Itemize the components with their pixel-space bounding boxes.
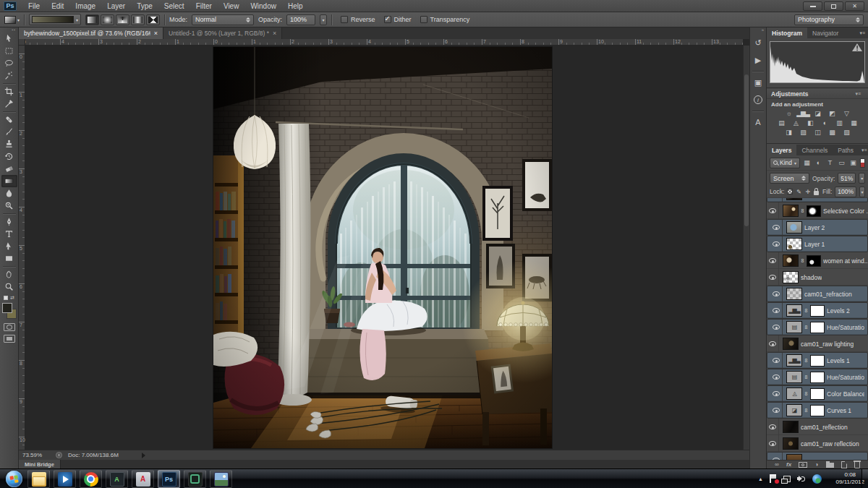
adjustment-channel-mixer-icon[interactable]: ▥: [833, 119, 845, 127]
layer-row[interactable]: ▤8Hue/Saturatio...: [767, 369, 868, 385]
adjustment-black-white-icon[interactable]: ◧: [804, 119, 816, 127]
zoom-tool[interactable]: [1, 281, 17, 293]
menu-file[interactable]: File: [22, 0, 46, 12]
adjustment-brightness-contrast-icon[interactable]: ☼: [783, 109, 794, 118]
adjustment-curves-icon[interactable]: ◪: [812, 109, 823, 118]
panel-clone-source-icon[interactable]: ▣: [751, 76, 765, 89]
layer-mask-thumbnail[interactable]: [810, 305, 825, 317]
tool-preset-picker[interactable]: ▾: [4, 16, 20, 24]
eyedropper-tool[interactable]: [1, 98, 17, 110]
quick-mask-button[interactable]: [4, 323, 15, 331]
crop-tool[interactable]: [1, 85, 17, 98]
layer-blend-mode-select[interactable]: Screen: [770, 173, 809, 184]
adjustment-hue-saturation-icon[interactable]: ▤: [775, 119, 787, 127]
tab-layers[interactable]: Layers: [767, 145, 796, 155]
opacity-input[interactable]: 100%: [286, 14, 315, 25]
document-tab[interactable]: Untitled-1 @ 50% (Layer 1, RGB/8) *×: [163, 27, 282, 39]
taskbar-image-viewer-button[interactable]: [210, 470, 232, 488]
close-button[interactable]: ✕: [845, 1, 864, 11]
show-desktop-button[interactable]: [861, 469, 868, 488]
document-tab[interactable]: bythewindow_1500pixel.tif @ 73.6% (RGB/1…: [19, 27, 163, 39]
layer-thumbnail[interactable]: [783, 421, 799, 433]
layer-mask-thumbnail[interactable]: [810, 388, 825, 400]
layer-thumbnail[interactable]: [783, 271, 799, 283]
screen-mode-button[interactable]: [4, 335, 15, 343]
menu-window[interactable]: Window: [244, 0, 282, 12]
layer-visibility-toggle[interactable]: [770, 198, 783, 202]
layer-row[interactable]: cam01_refraction: [767, 286, 868, 302]
layer-thumbnail[interactable]: [786, 288, 802, 300]
layer-thumbnail[interactable]: [783, 254, 799, 267]
canvas-area[interactable]: 54321012345678910111213 012345678910: [19, 39, 749, 450]
tray-expand-icon[interactable]: ▲: [758, 476, 763, 481]
opacity-dropdown-button[interactable]: ▾: [859, 173, 865, 184]
ruler-origin[interactable]: [19, 39, 25, 46]
tab-histogram[interactable]: Histogram: [767, 27, 807, 38]
tab-paths[interactable]: Paths: [833, 145, 859, 155]
menu-image[interactable]: Image: [69, 0, 101, 12]
gradient-picker[interactable]: ▾: [29, 14, 81, 25]
eraser-tool[interactable]: [1, 163, 17, 175]
layer-row[interactable]: ◬8Color Balance 1: [767, 385, 868, 402]
adjustment-exposure-icon[interactable]: ◩: [826, 109, 838, 118]
dither-option[interactable]: Dither: [384, 16, 412, 23]
layer-visibility-toggle[interactable]: [767, 419, 779, 435]
panel-character-icon[interactable]: A: [751, 116, 765, 129]
taskbar-clock[interactable]: 0:08 09/11/2012: [836, 471, 864, 486]
window-switch-icon[interactable]: [783, 476, 791, 482]
layer-row[interactable]: ▂▆▃8Levels 2: [767, 302, 868, 319]
new-group-button[interactable]: [826, 461, 834, 468]
gradient-tool[interactable]: [1, 175, 17, 187]
status-options-arrow[interactable]: [142, 453, 145, 458]
layer-row[interactable]: 8Selective Color ...: [767, 202, 868, 219]
network-icon[interactable]: [812, 474, 822, 484]
layer-thumbnail[interactable]: ▤: [786, 371, 802, 383]
layer-thumbnail[interactable]: [786, 198, 802, 200]
blur-tool[interactable]: [1, 187, 17, 200]
layer-visibility-toggle[interactable]: [770, 453, 783, 460]
link-layers-button[interactable]: ∞: [775, 461, 779, 468]
dither-checkbox[interactable]: [384, 16, 391, 23]
layer-row[interactable]: [767, 452, 868, 460]
quick-selection-tool[interactable]: [1, 69, 17, 82]
tab-navigator[interactable]: Navigator: [807, 27, 843, 38]
panel-menu-icon[interactable]: ▾≡: [852, 91, 864, 97]
zoom-level[interactable]: 73.59%: [22, 452, 50, 458]
linear-gradient-button[interactable]: [85, 14, 99, 25]
layer-filter-kind-select[interactable]: Kind ▾: [770, 158, 800, 168]
layer-mask-thumbnail[interactable]: [807, 205, 821, 217]
layer-thumbnail[interactable]: [783, 338, 799, 350]
menu-view[interactable]: View: [218, 0, 245, 12]
filter-smart-objects-icon[interactable]: ▣: [848, 158, 858, 168]
document-size-info[interactable]: Doc: 7.00M/138.6M: [68, 452, 119, 458]
reverse-option[interactable]: Reverse: [341, 16, 375, 23]
layer-fill-value[interactable]: 100%: [835, 187, 856, 197]
menu-layer[interactable]: Layer: [101, 0, 131, 12]
taskbar-viewer-app-button[interactable]: [132, 470, 154, 488]
panel-history-icon[interactable]: ↺: [751, 36, 765, 49]
filter-shape-layers-icon[interactable]: ▭: [837, 158, 846, 168]
menu-help[interactable]: Help: [282, 0, 309, 12]
rectangular-marquee-tool[interactable]: [1, 45, 17, 57]
taskbar-photoshop-button[interactable]: Ps: [158, 470, 180, 488]
pen-tool[interactable]: [1, 215, 17, 228]
spot-healing-brush-tool[interactable]: [1, 114, 17, 126]
vertical-scrollbar[interactable]: [743, 46, 749, 450]
taskbar-explorer-button[interactable]: [27, 470, 50, 488]
layer-thumbnail[interactable]: ▂▆▃: [786, 354, 802, 367]
adjustment-levels-icon[interactable]: ▂▆▃: [797, 109, 809, 118]
tab-close-icon[interactable]: ×: [154, 30, 158, 37]
new-layer-button[interactable]: [841, 461, 847, 468]
blend-mode-select[interactable]: Normal: [192, 14, 254, 25]
clone-stamp-tool[interactable]: [1, 138, 17, 150]
workspace-select[interactable]: Photography: [794, 14, 864, 25]
adjustment-gradient-map-icon[interactable]: ▩: [826, 128, 838, 137]
filter-toggle-switch[interactable]: [860, 158, 865, 168]
panel-actions-icon[interactable]: ▶: [751, 53, 765, 67]
start-button[interactable]: [6, 471, 22, 487]
layer-mask-thumbnail[interactable]: [810, 355, 825, 367]
panel-menu-icon[interactable]: ▾≡: [859, 145, 868, 155]
history-brush-tool[interactable]: [1, 150, 17, 163]
layer-visibility-toggle[interactable]: [770, 369, 783, 385]
adjustment-color-balance-icon[interactable]: ◬: [790, 119, 801, 127]
